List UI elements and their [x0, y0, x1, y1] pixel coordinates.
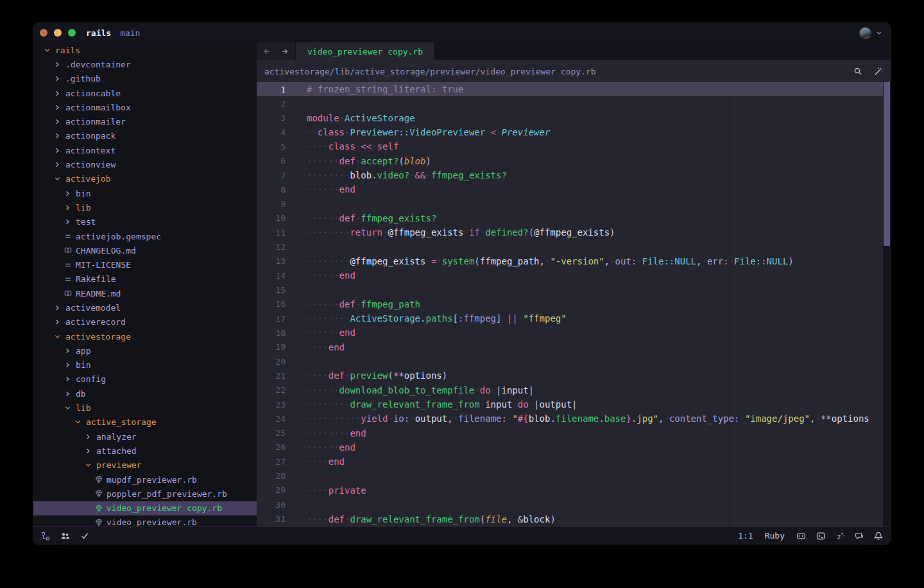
- code-line-8[interactable]: 8······end: [257, 182, 891, 196]
- code-line-21[interactable]: 21····def·preview(**options): [257, 368, 891, 383]
- code-line-11[interactable]: 11········return·@ffmpeg_exists·if·defin…: [257, 225, 891, 239]
- code-line-13[interactable]: 13········@ffmpeg_exists·=·system(ffmpeg…: [257, 254, 891, 268]
- code-line-7[interactable]: 7········blob.video?·&&·ffmpeg_exists?: [257, 168, 891, 182]
- tree-folder-actioncable[interactable]: actioncable: [33, 86, 257, 100]
- code-line-18[interactable]: 18······end: [257, 325, 891, 340]
- tree-folder--github[interactable]: .github: [33, 72, 257, 86]
- git-branch-label[interactable]: main: [120, 28, 140, 38]
- line-number: 7: [257, 171, 286, 180]
- collaboration-icon[interactable]: [60, 532, 70, 540]
- tree-folder-actionview[interactable]: actionview: [33, 157, 257, 171]
- language-selector[interactable]: Ruby: [765, 531, 785, 540]
- code-line-15[interactable]: 15: [257, 282, 891, 297]
- code-line-19[interactable]: 19····end: [257, 340, 891, 354]
- tree-folder-activerecord[interactable]: activerecord: [33, 315, 257, 329]
- bell-icon[interactable]: [874, 532, 883, 540]
- tree-folder-db[interactable]: db: [33, 386, 257, 401]
- tree-item-label: .github: [65, 74, 101, 83]
- zoom-window-button[interactable]: [68, 29, 76, 37]
- code-line-23[interactable]: 23········draw_relevant_frame_from·input…: [257, 397, 891, 411]
- tree-folder-lib[interactable]: lib: [33, 200, 257, 214]
- code-line-24[interactable]: 24··········yield·io:·output,·filename:·…: [257, 411, 891, 426]
- tree-file-video-previewer-rb[interactable]: video_previewer.rb: [33, 515, 257, 526]
- tree-folder-actionmailer[interactable]: actionmailer: [33, 114, 257, 128]
- tree-file-poppler-pdf-previewer-rb[interactable]: poppler_pdf_previewer.rb: [33, 487, 257, 501]
- tree-folder-active-storage[interactable]: active_storage: [33, 415, 257, 429]
- code-line-31[interactable]: 31····def·draw_relevant_frame_from(file,…: [257, 512, 891, 526]
- avatar[interactable]: [859, 27, 871, 39]
- tree-file-readme-md[interactable]: README.md: [33, 286, 257, 300]
- chat-icon[interactable]: [855, 532, 864, 540]
- tree-folder-activejob[interactable]: activejob: [33, 172, 257, 186]
- code-line-16[interactable]: 16······def·ffmpeg_path: [257, 297, 891, 311]
- tree-file-changelog-md[interactable]: CHANGELOG.md: [33, 243, 257, 257]
- tree-folder-bin[interactable]: bin: [33, 186, 257, 200]
- code-line-26[interactable]: 26······end: [257, 440, 891, 454]
- code-editor[interactable]: 1#·frozen_string_literal:·true23module·A…: [257, 82, 891, 526]
- diagnostics-check-icon[interactable]: [80, 532, 89, 540]
- project-panel-icon[interactable]: [41, 532, 50, 540]
- code-line-4[interactable]: 4··class·Previewer::VideoPreviewer·<·Pre…: [257, 125, 891, 139]
- code-line-28[interactable]: 28: [257, 469, 891, 483]
- tab-video-previewer-copy[interactable]: video_previewer copy.rb: [296, 42, 435, 60]
- tree-folder-test[interactable]: test: [33, 215, 257, 229]
- zed-assistant-icon[interactable]: z: [835, 532, 844, 540]
- editor-scrollbar[interactable]: [883, 82, 891, 526]
- gem-file-icon: [94, 504, 103, 513]
- chevron-right-icon: [53, 132, 62, 141]
- tree-folder-analyzer[interactable]: analyzer: [33, 429, 257, 444]
- navigate-back-button[interactable]: [262, 47, 271, 56]
- code-line-27[interactable]: 27····end: [257, 454, 891, 469]
- tree-folder-actionmailbox[interactable]: actionmailbox: [33, 100, 257, 114]
- code-line-5[interactable]: 5····class·<<·self: [257, 139, 891, 153]
- magic-wand-icon[interactable]: [874, 67, 883, 76]
- tree-folder-rails[interactable]: rails: [33, 43, 257, 57]
- code-line-20[interactable]: 20: [257, 354, 891, 368]
- code-line-9[interactable]: 9: [257, 197, 891, 211]
- code-line-6[interactable]: 6······def·accept?(blob): [257, 154, 891, 168]
- code-text: ····end: [286, 456, 345, 467]
- tree-folder-previewer[interactable]: previewer: [33, 458, 257, 472]
- code-line-12[interactable]: 12: [257, 239, 891, 254]
- code-line-17[interactable]: 17········ActiveStorage.paths[:ffmpeg]·|…: [257, 311, 891, 325]
- breadcrumb[interactable]: activestorage/lib/active_storage/preview…: [264, 67, 596, 76]
- chevron-down-icon[interactable]: [875, 29, 883, 37]
- code-line-30[interactable]: 30: [257, 497, 891, 512]
- scrollbar-thumb[interactable]: [884, 82, 890, 246]
- code-line-1[interactable]: 1#·frozen_string_literal:·true: [257, 82, 891, 96]
- code-line-2[interactable]: 2: [257, 96, 891, 110]
- navigate-forward-button[interactable]: [280, 47, 289, 56]
- code-line-29[interactable]: 29····private: [257, 483, 891, 497]
- code-line-25[interactable]: 25········end: [257, 426, 891, 440]
- code-line-10[interactable]: 10······def·ffmpeg_exists?: [257, 211, 891, 225]
- terminal-icon[interactable]: [816, 532, 825, 540]
- line-number: 1: [257, 85, 286, 94]
- tree-folder--devcontainer[interactable]: .devcontainer: [33, 57, 257, 71]
- tree-folder-activemodel[interactable]: activemodel: [33, 300, 257, 315]
- tree-folder-attached[interactable]: attached: [33, 444, 257, 458]
- code-line-14[interactable]: 14······end: [257, 268, 891, 282]
- tree-folder-bin[interactable]: bin: [33, 358, 257, 372]
- tree-folder-activestorage[interactable]: activestorage: [33, 329, 257, 343]
- tree-item-label: activerecord: [65, 317, 126, 327]
- tree-folder-app[interactable]: app: [33, 343, 257, 358]
- code-text: ······end: [286, 327, 355, 338]
- tree-file-mit-license[interactable]: MIT-LICENSE: [33, 257, 257, 272]
- tree-file-video-previewer-copy-rb[interactable]: video_previewer copy.rb: [33, 501, 257, 515]
- close-window-button[interactable]: [40, 29, 47, 37]
- tree-folder-lib[interactable]: lib: [33, 401, 257, 415]
- code-line-22[interactable]: 22······download_blob_to_tempfile·do·|in…: [257, 383, 891, 397]
- minimize-window-button[interactable]: [54, 29, 62, 37]
- tree-file-activejob-gemspec[interactable]: activejob.gemspec: [33, 229, 257, 243]
- tree-file-mupdf-previewer-rb[interactable]: mupdf_previewer.rb: [33, 472, 257, 487]
- cursor-position[interactable]: 1:1: [738, 531, 753, 540]
- tree-folder-config[interactable]: config: [33, 372, 257, 386]
- project-name[interactable]: rails: [86, 28, 111, 38]
- tree-folder-actionpack[interactable]: actionpack: [33, 129, 257, 143]
- copilot-icon[interactable]: [796, 532, 806, 540]
- search-icon[interactable]: [853, 67, 862, 76]
- pane-navigation: [257, 42, 295, 60]
- tree-file-rakefile[interactable]: Rakefile: [33, 272, 257, 286]
- tree-folder-actiontext[interactable]: actiontext: [33, 143, 257, 157]
- code-line-3[interactable]: 3module·ActiveStorage: [257, 111, 891, 125]
